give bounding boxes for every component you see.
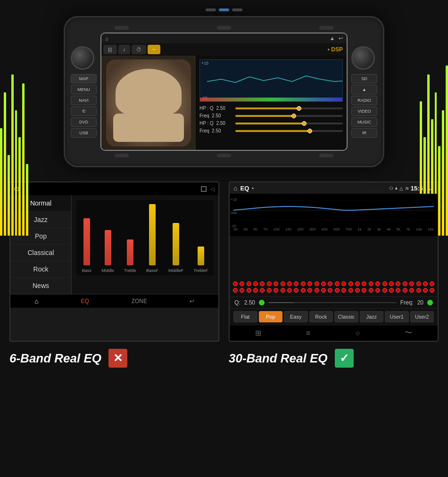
sd-button[interactable]: SD xyxy=(351,74,377,83)
slider-dot-bottom-1 xyxy=(233,288,238,293)
slider-col-27[interactable] xyxy=(409,281,415,293)
music-button[interactable]: MUSIC xyxy=(351,117,377,127)
slider-col-10[interactable] xyxy=(294,281,299,293)
eject-icon[interactable]: ▲ xyxy=(330,35,335,41)
page-dot-3[interactable] xyxy=(232,8,242,11)
slider-dot-top-16 xyxy=(335,281,340,286)
usb-button[interactable]: USB xyxy=(71,128,97,138)
right-bottom-nav: ⊞ ≡ ○ 〜 xyxy=(230,325,438,341)
wave-icon[interactable]: 〜 xyxy=(405,328,412,338)
preset-rock[interactable]: Rock xyxy=(309,311,333,322)
slider-dot-top-14 xyxy=(321,281,326,286)
right-home-icon[interactable]: ⌂ xyxy=(233,184,237,192)
slider-dot-bottom-2 xyxy=(240,288,244,293)
list-icon[interactable]: ≡ xyxy=(306,329,310,337)
grid-icon[interactable]: ⊞ xyxy=(255,329,261,337)
good-icon: ✓ xyxy=(335,349,354,368)
slider-dot-top-23 xyxy=(382,281,387,286)
slider-col-11[interactable] xyxy=(300,281,306,293)
q-dot[interactable] xyxy=(259,300,265,305)
nav-eq[interactable]: EQ xyxy=(81,298,89,304)
preset-user2[interactable]: User2 xyxy=(410,311,434,322)
nav-home[interactable]: ⌂ xyxy=(34,297,38,305)
phone-button[interactable]: ✆ xyxy=(71,107,97,116)
slider-col-23[interactable] xyxy=(382,281,387,293)
slider-col-19[interactable] xyxy=(355,281,360,293)
radio-button[interactable]: RADIO xyxy=(351,96,377,105)
slider-col-6[interactable] xyxy=(266,281,272,293)
preset-rock[interactable]: Rock xyxy=(10,261,71,278)
preset-flat[interactable]: Flat xyxy=(233,311,257,322)
slider-col-28[interactable] xyxy=(416,281,421,293)
video-button[interactable]: VIDEO xyxy=(351,107,377,116)
preset-pop[interactable]: Pop xyxy=(259,311,283,322)
slider-col-24[interactable] xyxy=(389,281,394,293)
slider-col-29[interactable] xyxy=(423,281,428,293)
freq-dot[interactable] xyxy=(427,300,433,305)
page-dot-2[interactable] xyxy=(219,8,229,11)
slider-col-16[interactable] xyxy=(334,281,340,293)
slider-col-3[interactable] xyxy=(246,281,251,293)
navi-button[interactable]: NAVI xyxy=(71,96,97,105)
slider-col-18[interactable] xyxy=(348,281,353,293)
slider-dot-bottom-15 xyxy=(328,288,332,293)
slider-col-5[interactable] xyxy=(260,281,265,293)
slider-dot-top-2 xyxy=(240,281,244,286)
preset-easy[interactable]: Easy xyxy=(284,311,308,322)
preset-jazz[interactable]: Jazz xyxy=(360,311,384,322)
dvd-button[interactable]: DVD xyxy=(71,117,97,127)
thirty-band-sliders xyxy=(230,236,438,296)
slider-col-8[interactable] xyxy=(280,281,285,293)
slider-col-15[interactable] xyxy=(328,281,333,293)
tab-volume[interactable]: ♪ xyxy=(118,45,131,54)
slider-col-7[interactable] xyxy=(273,281,278,293)
eject-button[interactable]: ▲ xyxy=(351,85,377,94)
nav-back[interactable]: ↩ xyxy=(190,298,194,304)
map-button[interactable]: MAP xyxy=(71,74,97,83)
slider-col-9[interactable] xyxy=(287,281,292,293)
middlef-label: MiddleF xyxy=(168,268,183,273)
slider-col-17[interactable] xyxy=(341,281,347,293)
panel-body: Normal Jazz Pop Classical Rock News Bass xyxy=(10,195,218,294)
slider-col-26[interactable] xyxy=(402,281,407,293)
slider-col-12[interactable] xyxy=(307,281,312,293)
left-knob[interactable] xyxy=(71,46,94,70)
q-track[interactable] xyxy=(268,302,397,303)
wifi-icon: ≋ xyxy=(405,186,409,191)
slider-dot-top-15 xyxy=(328,281,332,286)
slider-dot-top-11 xyxy=(301,281,306,286)
preset-classic[interactable]: Classic xyxy=(334,311,358,322)
middlef-bar-col: MiddleF xyxy=(168,199,183,273)
slider-col-2[interactable] xyxy=(239,281,244,293)
slider-col-20[interactable] xyxy=(362,281,367,293)
slider-col-21[interactable] xyxy=(368,281,373,293)
nav-zone[interactable]: ZONE xyxy=(132,298,147,304)
bad-icon: ✕ xyxy=(108,349,127,368)
home-icon[interactable]: ⌂ xyxy=(105,36,108,41)
slider-col-1[interactable] xyxy=(232,281,238,293)
slider-dot-top-24 xyxy=(389,281,394,286)
slider-dot-bottom-22 xyxy=(375,288,380,293)
slider-col-14[interactable] xyxy=(321,281,326,293)
slider-col-30[interactable] xyxy=(430,281,435,293)
page-dot-1[interactable] xyxy=(206,8,216,11)
slider-dot-top-21 xyxy=(369,281,373,286)
slider-dot-bottom-20 xyxy=(362,288,366,293)
menu-button[interactable]: MENU xyxy=(71,85,97,94)
preset-classical[interactable]: Classical xyxy=(10,245,71,261)
q-freq-row: Q: 2.50 Freq: 20 xyxy=(230,296,438,308)
tab-equalizer[interactable]: ||| xyxy=(103,45,117,54)
tab-clock[interactable]: ⏱ xyxy=(132,45,146,54)
clock-icon[interactable]: ○ xyxy=(355,329,360,337)
ir-button[interactable]: IR xyxy=(351,128,377,138)
tab-wave[interactable]: ~ xyxy=(148,45,160,54)
preset-user1[interactable]: User1 xyxy=(385,311,409,322)
slider-col-4[interactable] xyxy=(253,281,258,293)
back-icon[interactable]: ↩ xyxy=(339,35,343,41)
preset-news[interactable]: News xyxy=(10,278,71,294)
right-knob[interactable] xyxy=(351,46,375,70)
slider-col-22[interactable] xyxy=(375,281,381,293)
slider-col-25[interactable] xyxy=(396,281,401,293)
slider-col-13[interactable] xyxy=(314,281,319,293)
slider-dot-bottom-5 xyxy=(260,288,265,293)
